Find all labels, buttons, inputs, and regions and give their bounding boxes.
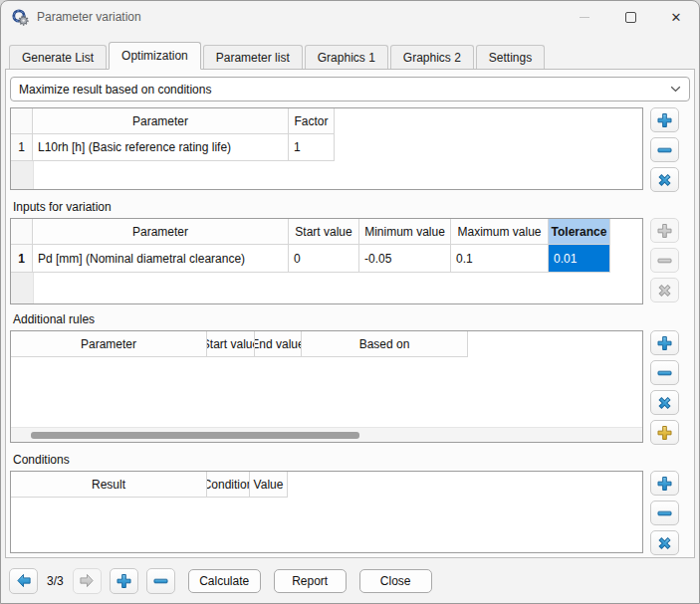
conditions-buttons [650, 471, 679, 555]
conditions-section: Result Condition Value [10, 471, 694, 555]
corner-header [11, 219, 33, 245]
parameter-cell[interactable]: Pd [mm] (Nominal diametral clearance) [33, 245, 289, 273]
dropdown-selected-value: Maximize result based on conditions [19, 83, 211, 97]
start-value-cell[interactable]: 0 [289, 245, 359, 273]
rules-buttons [650, 330, 679, 445]
tab-optimization[interactable]: Optimization [109, 42, 201, 70]
row-number: 1 [11, 134, 33, 161]
inputs-buttons [650, 218, 679, 302]
factor-cell[interactable]: 1 [289, 134, 335, 161]
tab-bar: Generate List Optimization Parameter lis… [1, 33, 699, 69]
remove-rule-button[interactable] [650, 360, 679, 385]
target-table: Parameter Factor 1 L10rh [h] (Basic refe… [10, 107, 643, 190]
conditions-label: Conditions [13, 453, 694, 467]
minus-icon [656, 142, 673, 158]
minus-icon [656, 505, 673, 521]
tolerance-cell-selected[interactable]: 0.01 [549, 245, 610, 273]
inputs-table: Parameter Start value Minimum value Maxi… [10, 218, 643, 304]
cross-icon [656, 395, 673, 411]
delete-all-conditions-button[interactable] [650, 530, 679, 555]
tab-graphics-2[interactable]: Graphics 2 [390, 45, 474, 69]
plus-icon [656, 223, 673, 239]
previous-page-button[interactable] [9, 568, 38, 594]
inputs-for-variation-label: Inputs for variation [13, 200, 694, 214]
col-header-condition: Condition [207, 472, 250, 498]
minus-icon [152, 573, 169, 589]
col-header-maximum-value: Maximum value [451, 219, 549, 245]
plus-yellow-icon [656, 425, 673, 441]
plus-icon [656, 476, 673, 492]
add-condition-button[interactable] [650, 471, 679, 496]
add-page-button[interactable] [110, 568, 138, 594]
delete-all-inputs-button [650, 278, 679, 302]
report-button[interactable]: Report [274, 569, 347, 593]
col-header-parameter: Parameter [11, 331, 207, 357]
cross-icon [656, 283, 673, 299]
col-header-parameter: Parameter [33, 108, 289, 134]
corner-header [11, 108, 33, 134]
tab-generate-list[interactable]: Generate List [9, 45, 107, 69]
plus-icon [656, 112, 673, 128]
optimization-strategy-dropdown[interactable]: Maximize result based on conditions [10, 77, 690, 101]
arrow-left-icon [16, 573, 32, 588]
add-rule-button[interactable] [650, 330, 679, 355]
maximum-value-cell[interactable]: 0.1 [451, 245, 549, 273]
remove-condition-button[interactable] [650, 501, 679, 525]
additional-rules-label: Additional rules [13, 312, 694, 326]
minimum-value-cell[interactable]: -0.05 [359, 245, 451, 273]
table-row: 1 L10rh [h] (Basic reference rating life… [11, 134, 642, 161]
add-input-button [650, 218, 679, 243]
close-window-button[interactable]: ✕ [653, 1, 699, 33]
next-page-button [73, 568, 102, 594]
arrow-right-icon [79, 573, 95, 588]
parameter-variation-dialog: Parameter variation ✕ Generate List Opti… [0, 0, 700, 604]
col-header-end-value: End value [255, 331, 302, 357]
target-section: Parameter Factor 1 L10rh [h] (Basic refe… [10, 107, 694, 192]
rules-section: Parameter Start value End value Based on [10, 330, 694, 445]
tab-graphics-1[interactable]: Graphics 1 [305, 45, 388, 69]
col-header-based-on: Based on [302, 331, 468, 357]
add-special-rule-button[interactable] [650, 420, 679, 445]
maximize-button[interactable] [607, 1, 653, 33]
parameter-cell[interactable]: L10rh [h] (Basic reference rating life) [33, 134, 289, 161]
horizontal-scrollbar[interactable] [11, 427, 642, 442]
row-number: 1 [11, 245, 33, 273]
plus-icon [656, 335, 673, 351]
col-header-result: Result [11, 472, 207, 498]
cross-icon [656, 172, 673, 188]
minimize-icon [580, 17, 589, 18]
calculate-button[interactable]: Calculate [188, 569, 261, 593]
minimize-button [562, 1, 607, 33]
conditions-table: Result Condition Value [10, 471, 643, 553]
minus-icon [656, 365, 673, 381]
col-header-start-value: Start value [207, 331, 255, 357]
close-button[interactable]: Close [359, 569, 432, 593]
target-buttons [650, 107, 679, 192]
tab-settings[interactable]: Settings [476, 45, 545, 69]
add-target-button[interactable] [650, 107, 679, 132]
col-header-factor: Factor [289, 108, 335, 134]
page-indicator: 3/3 [47, 574, 64, 588]
inputs-section: Parameter Start value Minimum value Maxi… [10, 218, 694, 304]
window-title: Parameter variation [37, 10, 141, 24]
col-header-minimum-value: Minimum value [359, 219, 451, 245]
close-icon: ✕ [671, 11, 682, 24]
row-header-filler [11, 161, 34, 189]
titlebar: Parameter variation ✕ [1, 1, 699, 33]
remove-target-button[interactable] [650, 137, 679, 162]
tab-parameter-list[interactable]: Parameter list [203, 45, 303, 69]
col-header-start-value: Start value [289, 219, 359, 245]
row-header-filler [11, 273, 34, 303]
scrollbar-thumb[interactable] [31, 432, 359, 439]
bearing-app-icon [11, 8, 29, 26]
col-header-value: Value [250, 472, 288, 498]
plus-icon [116, 573, 132, 589]
delete-all-targets-button[interactable] [650, 167, 679, 192]
chevron-down-icon [670, 86, 681, 93]
remove-page-button[interactable] [146, 568, 175, 594]
cross-icon [656, 535, 673, 551]
rules-table: Parameter Start value End value Based on [10, 330, 643, 443]
delete-all-rules-button[interactable] [650, 390, 679, 415]
remove-input-button [650, 248, 679, 273]
col-header-parameter: Parameter [33, 219, 289, 245]
